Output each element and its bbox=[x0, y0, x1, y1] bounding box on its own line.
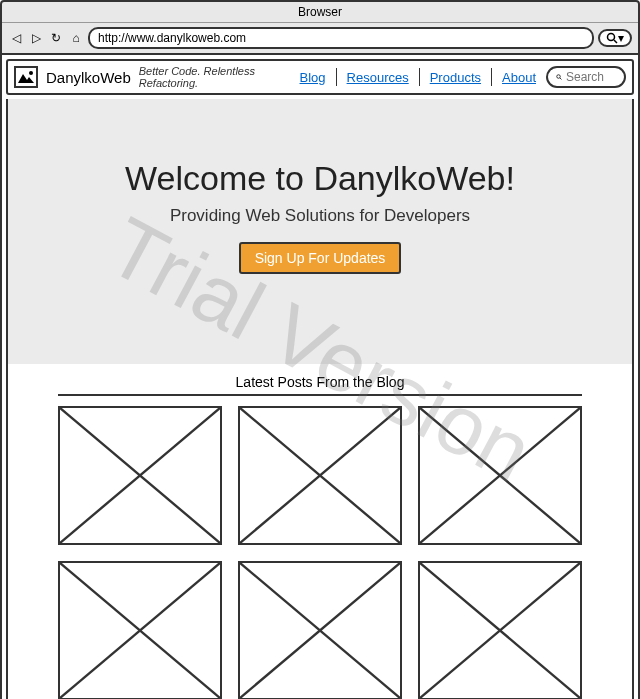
search-box[interactable] bbox=[546, 66, 626, 88]
main-nav: Blog Resources Products About bbox=[296, 66, 626, 88]
hero-title: Welcome to DanylkoWeb! bbox=[18, 159, 622, 198]
divider bbox=[58, 394, 582, 396]
svg-line-1 bbox=[614, 40, 617, 43]
svg-line-5 bbox=[560, 78, 562, 80]
svg-point-3 bbox=[29, 71, 33, 75]
blog-grid bbox=[58, 406, 582, 699]
blog-post-placeholder[interactable] bbox=[418, 561, 582, 699]
blog-section: Latest Posts From the Blog bbox=[6, 364, 634, 699]
nav-products[interactable]: Products bbox=[426, 70, 485, 85]
nav-separator bbox=[419, 68, 420, 86]
browser-toolbar: ◁ ▷ ↻ ⌂ ▾ bbox=[2, 22, 638, 53]
nav-about[interactable]: About bbox=[498, 70, 540, 85]
browser-title: Browser bbox=[2, 2, 638, 22]
signup-button[interactable]: Sign Up For Updates bbox=[239, 242, 402, 274]
hero-subtitle: Providing Web Solutions for Developers bbox=[18, 206, 622, 226]
nav-separator bbox=[491, 68, 492, 86]
search-icon bbox=[556, 71, 562, 83]
blog-heading: Latest Posts From the Blog bbox=[58, 374, 582, 390]
svg-point-4 bbox=[557, 75, 561, 79]
blog-post-placeholder[interactable] bbox=[58, 406, 222, 545]
brand-name: DanylkoWeb bbox=[46, 69, 131, 86]
blog-post-placeholder[interactable] bbox=[58, 561, 222, 699]
blog-post-placeholder[interactable] bbox=[238, 406, 402, 545]
nav-resources[interactable]: Resources bbox=[343, 70, 413, 85]
nav-separator bbox=[336, 68, 337, 86]
nav-blog[interactable]: Blog bbox=[296, 70, 330, 85]
page-body: DanylkoWeb Better Code. Relentless Refac… bbox=[0, 55, 640, 699]
forward-button[interactable]: ▷ bbox=[28, 30, 44, 46]
logo-icon bbox=[14, 66, 38, 88]
svg-point-0 bbox=[608, 34, 615, 41]
url-input[interactable] bbox=[88, 27, 594, 49]
go-button[interactable]: ▾ bbox=[598, 29, 632, 47]
back-button[interactable]: ◁ bbox=[8, 30, 24, 46]
svg-marker-2 bbox=[18, 74, 34, 83]
blog-post-placeholder[interactable] bbox=[238, 561, 402, 699]
reload-button[interactable]: ↻ bbox=[48, 30, 64, 46]
home-button[interactable]: ⌂ bbox=[68, 30, 84, 46]
tagline: Better Code. Relentless Refactoring. bbox=[139, 65, 288, 89]
search-input[interactable] bbox=[566, 70, 616, 84]
site-header: DanylkoWeb Better Code. Relentless Refac… bbox=[6, 59, 634, 95]
blog-post-placeholder[interactable] bbox=[418, 406, 582, 545]
hero-section: Welcome to DanylkoWeb! Providing Web Sol… bbox=[6, 99, 634, 364]
